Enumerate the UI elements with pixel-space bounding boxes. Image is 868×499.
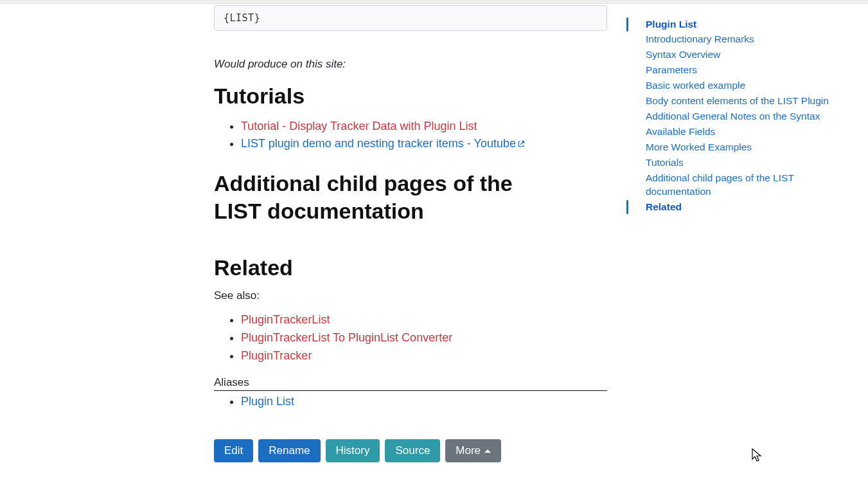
related-link[interactable]: PluginTracker bbox=[241, 349, 312, 362]
related-link[interactable]: PluginTrackerList To PluginList Converte… bbox=[241, 331, 452, 344]
related-heading: Related bbox=[214, 254, 548, 282]
edit-button[interactable]: Edit bbox=[214, 439, 253, 462]
main-content: {LIST} Would produce on this site: Tutor… bbox=[214, 5, 607, 462]
list-item: PluginTrackerList bbox=[241, 311, 607, 329]
toc-item-basic-example: Basic worked example bbox=[626, 78, 845, 94]
tutorial-link-external[interactable]: LIST plugin demo and nesting tracker ite… bbox=[241, 137, 525, 150]
child-pages-heading: Additional child pages of the LIST docum… bbox=[214, 170, 548, 224]
list-item: LIST plugin demo and nesting tracker ite… bbox=[241, 135, 607, 153]
toc-link[interactable]: Additional General Notes on the Syntax bbox=[646, 109, 845, 125]
list-item: Tutorial - Display Tracker Data with Plu… bbox=[241, 118, 607, 136]
page-layout: {LIST} Would produce on this site: Tutor… bbox=[0, 4, 868, 462]
aliases-list: Plugin List bbox=[214, 395, 607, 408]
list-item: PluginTracker bbox=[241, 347, 607, 365]
toc-item-available-fields: Available Fields bbox=[626, 124, 845, 140]
code-block: {LIST} bbox=[214, 5, 607, 31]
toc-item-plugin-list: Plugin List bbox=[626, 17, 845, 32]
more-button-label: More bbox=[456, 444, 481, 457]
toc-link[interactable]: Basic worked example bbox=[646, 78, 845, 94]
see-also-label: See also: bbox=[214, 289, 607, 302]
toc-item-body-content: Body content elements of the LIST Plugin bbox=[626, 94, 845, 109]
toc-link[interactable]: Plugin List bbox=[646, 17, 845, 32]
toc-link[interactable]: Parameters bbox=[646, 63, 845, 78]
toc-sidebar: Plugin List Introductionary Remarks Synt… bbox=[626, 5, 845, 462]
related-list: PluginTrackerList PluginTrackerList To P… bbox=[214, 311, 607, 365]
toc-item-more-examples: More Worked Examples bbox=[626, 140, 845, 155]
alias-link[interactable]: Plugin List bbox=[241, 395, 294, 408]
caret-up-icon bbox=[484, 449, 491, 453]
tutorials-list: Tutorial - Display Tracker Data with Plu… bbox=[214, 118, 607, 154]
tutorial-link[interactable]: Tutorial - Display Tracker Data with Plu… bbox=[241, 120, 477, 132]
toc-link[interactable]: Introductionary Remarks bbox=[646, 32, 845, 48]
lead-note: Would produce on this site: bbox=[214, 58, 607, 71]
list-item: Plugin List bbox=[241, 395, 607, 408]
toc-link[interactable]: Syntax Overview bbox=[646, 48, 845, 63]
related-link[interactable]: PluginTrackerList bbox=[241, 313, 330, 326]
toc-item-parameters: Parameters bbox=[626, 63, 845, 78]
toc-link[interactable]: Available Fields bbox=[646, 124, 845, 140]
action-button-row: Edit Rename History Source More bbox=[214, 439, 607, 462]
external-link-icon bbox=[517, 140, 525, 148]
source-button[interactable]: Source bbox=[385, 439, 440, 462]
toc-link[interactable]: Additional child pages of the LIST docum… bbox=[646, 170, 845, 199]
toc-item-tutorials: Tutorials bbox=[626, 155, 845, 170]
toc-link[interactable]: Body content elements of the LIST Plugin bbox=[646, 94, 845, 109]
left-gutter bbox=[0, 5, 214, 462]
toc-item-intro: Introductionary Remarks bbox=[626, 32, 845, 48]
history-button[interactable]: History bbox=[326, 439, 380, 462]
more-button[interactable]: More bbox=[445, 439, 501, 462]
toc-item-general-notes: Additional General Notes on the Syntax bbox=[626, 109, 845, 125]
toc-list: Plugin List Introductionary Remarks Synt… bbox=[626, 17, 845, 215]
toc-item-syntax: Syntax Overview bbox=[626, 48, 845, 63]
toc-item-child-pages: Additional child pages of the LIST docum… bbox=[626, 170, 845, 199]
toc-link[interactable]: More Worked Examples bbox=[646, 140, 845, 155]
aliases-label: Aliases bbox=[214, 376, 607, 391]
tutorials-heading: Tutorials bbox=[214, 82, 548, 110]
link-text: LIST plugin demo and nesting tracker ite… bbox=[241, 137, 516, 150]
toc-link[interactable]: Related bbox=[646, 199, 845, 215]
toc-item-related: Related bbox=[626, 199, 845, 215]
right-gutter bbox=[607, 5, 626, 462]
rename-button[interactable]: Rename bbox=[258, 439, 320, 462]
toc-link[interactable]: Tutorials bbox=[646, 155, 845, 170]
list-item: PluginTrackerList To PluginList Converte… bbox=[241, 329, 607, 347]
